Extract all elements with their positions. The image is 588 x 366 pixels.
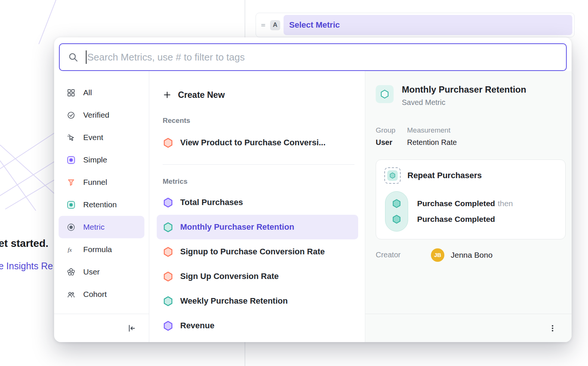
- more-options-button[interactable]: [547, 323, 558, 334]
- metric-picker-modal: All Verified Event: [54, 37, 572, 342]
- formula-icon: fx: [67, 245, 75, 254]
- search-area: [54, 37, 572, 71]
- insights-report-link[interactable]: e Insights Re: [0, 261, 53, 272]
- create-new-button[interactable]: Create New: [163, 86, 358, 104]
- sidebar-item-label: Verified: [83, 111, 109, 120]
- search-input[interactable]: [87, 52, 558, 63]
- step-2-event: Purchase Completed: [417, 215, 495, 223]
- preview-footer: [365, 314, 572, 342]
- metric-item-monthly-purchaser-retention[interactable]: Monthly Purchaser Retention: [157, 215, 358, 239]
- preview-title: Monthly Purchaser Retention: [402, 84, 526, 95]
- metric-item-sign-up-conversion-rate[interactable]: Sign Up Conversion Rate: [157, 264, 358, 289]
- sidebar-item-formula[interactable]: fx Formula: [59, 238, 144, 261]
- select-metric-label: Select Metric: [289, 20, 340, 30]
- preview-meta: Group User Measurement Retention Rate: [376, 126, 566, 147]
- retention-metric-icon: [376, 85, 394, 103]
- step-connector: then: [498, 199, 513, 208]
- sidebar-item-label: Cohort: [83, 290, 107, 299]
- grid-icon: [67, 89, 75, 97]
- measurement-value: Retention Rate: [407, 138, 457, 147]
- sidebar-item-label: Simple: [83, 155, 107, 164]
- verified-badge-icon: [67, 111, 75, 120]
- collapse-left-icon: [127, 324, 136, 333]
- sidebar-item-label: User: [83, 267, 100, 276]
- sidebar-item-label: Funnel: [83, 178, 107, 187]
- user-flower-icon: [67, 268, 75, 276]
- metric-preview-panel: Monthly Purchaser Retention Saved Metric…: [365, 71, 572, 342]
- metric-item-label: Sign Up Conversion Rate: [180, 272, 279, 281]
- metric-item-signup-to-purchase-conversion[interactable]: Signup to Purchase Conversion Rate: [157, 239, 358, 264]
- creator-row: Creator JB Jenna Bono: [376, 248, 566, 262]
- metrics-header: Metrics: [163, 177, 358, 186]
- preview-header: Monthly Purchaser Retention Saved Metric: [376, 84, 566, 107]
- series-a-badge[interactable]: A: [270, 20, 280, 30]
- text-caret: [86, 50, 87, 64]
- drag-handle-icon[interactable]: [260, 22, 266, 28]
- cohort-people-icon: [67, 290, 75, 299]
- sidebar-item-event[interactable]: Event: [59, 126, 144, 149]
- select-metric-button[interactable]: Select Metric: [284, 15, 572, 35]
- metric-item-total-purchases[interactable]: Total Purchases: [157, 190, 358, 215]
- sidebar-item-metric[interactable]: Metric: [59, 216, 144, 238]
- event-hexagon-icon: [392, 199, 401, 208]
- metric-search-box[interactable]: [59, 43, 567, 71]
- recent-metric-item[interactable]: View Product to Purchase Conversi...: [157, 131, 358, 155]
- sidebar-item-verified[interactable]: Verified: [59, 104, 144, 126]
- funnel-metric-icon: [163, 137, 173, 148]
- definition-title: Repeat Purchasers: [407, 171, 482, 180]
- sidebar-item-all[interactable]: All: [59, 81, 144, 104]
- simple-metric-icon: [163, 197, 173, 208]
- cursor-event-icon: [67, 133, 75, 142]
- metric-list-column: Create New Recents View Product to Purch…: [149, 71, 365, 342]
- metric-definition-card: Repeat Purchasers Purchase Completedthen…: [376, 159, 566, 239]
- sidebar-item-funnel[interactable]: Funnel: [59, 171, 144, 193]
- metric-item-weekly-purchase-retention[interactable]: Weekly Purchase Retention: [157, 289, 358, 313]
- get-started-text: et started.: [0, 238, 49, 249]
- sidebar-footer: [54, 314, 149, 342]
- metric-item-label: Monthly Purchaser Retention: [180, 222, 294, 232]
- metric-selector-bar: A Select Metric: [256, 13, 575, 37]
- modal-body: All Verified Event: [54, 71, 572, 342]
- measurement-label: Measurement: [407, 126, 457, 134]
- metric-rows: Total Purchases Monthly Purchaser Retent…: [157, 190, 358, 338]
- kebab-menu-icon: [548, 324, 557, 332]
- retention-metric-icon: [163, 296, 173, 307]
- collapse-sidebar-button[interactable]: [126, 322, 138, 334]
- sidebar-item-label: Event: [83, 133, 103, 142]
- event-hexagon-icon: [392, 214, 401, 224]
- retention-metric-icon: [163, 222, 173, 233]
- group-value: User: [376, 138, 398, 147]
- list-divider: [163, 164, 354, 165]
- funnel-icon: [67, 178, 75, 187]
- simple-metric-icon: [163, 320, 173, 331]
- event-steps-pill: [385, 191, 408, 232]
- metric-item-label: Revenue: [180, 321, 215, 331]
- search-icon: [68, 52, 78, 62]
- sidebar-item-label: Formula: [83, 245, 112, 254]
- sidebar-item-simple[interactable]: Simple: [59, 149, 144, 171]
- recents-header: Recents: [163, 117, 358, 125]
- filter-sidebar: All Verified Event: [54, 71, 149, 342]
- metric-hexagon-icon: [67, 223, 75, 232]
- cohort-definition-icon: [384, 167, 401, 184]
- metric-item-label: Signup to Purchase Conversion Rate: [180, 247, 325, 257]
- metric-item-revenue[interactable]: Revenue: [157, 313, 358, 338]
- definition-step-1: Purchase Completedthen: [417, 199, 513, 208]
- create-new-label: Create New: [178, 90, 225, 100]
- creator-label: Creator: [376, 251, 431, 259]
- sidebar-item-retention[interactable]: Retention: [59, 193, 144, 216]
- funnel-metric-icon: [163, 271, 173, 282]
- sidebar-item-cohort[interactable]: Cohort: [59, 283, 144, 305]
- creator-avatar: JB: [431, 248, 444, 262]
- simple-metric-icon: [67, 156, 75, 164]
- group-label: Group: [376, 126, 398, 134]
- plus-icon: [163, 90, 172, 99]
- metric-item-label: Weekly Purchase Retention: [180, 296, 288, 306]
- sidebar-item-user[interactable]: User: [59, 261, 144, 283]
- sidebar-item-label: Retention: [83, 200, 117, 209]
- svg-text:fx: fx: [68, 246, 72, 252]
- metric-item-label: Total Purchases: [180, 198, 243, 207]
- preview-subtitle: Saved Metric: [402, 98, 526, 107]
- retention-icon: [67, 201, 75, 209]
- metric-item-label: View Product to Purchase Conversi...: [180, 138, 326, 148]
